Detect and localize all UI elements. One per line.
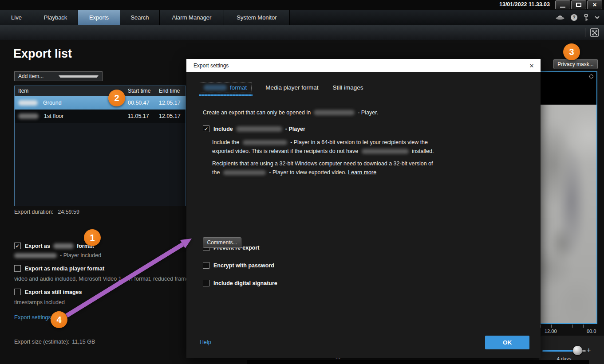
export-items-table: Item Start time End time Ground 00.50.47… bbox=[14, 86, 186, 206]
checkbox-export-xprotect-format[interactable]: ✓ bbox=[14, 243, 21, 249]
export-as-xprotect-row: ✓ Export as format bbox=[14, 243, 94, 249]
active-tab-underline bbox=[199, 94, 253, 96]
add-item-dropdown[interactable]: Add item... bbox=[14, 71, 103, 81]
tab-live[interactable]: Live bbox=[0, 10, 33, 25]
media-format-subtext: video and audio included, Microsoft Vide… bbox=[14, 276, 186, 282]
dialog-header: Export settings ✕ bbox=[186, 59, 541, 72]
export-settings-link[interactable]: Export settings bbox=[14, 314, 51, 321]
window-controls: ✕ bbox=[555, 0, 602, 9]
tab-search[interactable]: Search bbox=[120, 10, 160, 25]
expand-arrows-icon bbox=[592, 30, 597, 35]
tab-alarm-manager[interactable]: Alarm Manager bbox=[160, 10, 224, 25]
timeline-collapse-handle[interactable]: ... bbox=[336, 354, 341, 360]
privacy-mask-button[interactable]: Privacy mask... bbox=[553, 59, 598, 69]
export-duration-value: 24:59:59 bbox=[58, 209, 79, 215]
tab-exports[interactable]: Exports bbox=[78, 10, 120, 25]
page-title: Export list bbox=[13, 47, 72, 61]
header-start-time[interactable]: Start time bbox=[124, 88, 155, 94]
export-settings-dialog: Export settings ✕ format Media player fo… bbox=[186, 59, 541, 358]
maximize-button[interactable] bbox=[571, 0, 586, 9]
redacted-text bbox=[243, 140, 287, 145]
maximize-icon bbox=[576, 3, 581, 7]
dialog-intro-text: Create an export that can only be opened… bbox=[203, 110, 378, 116]
learn-more-link[interactable]: Learn more bbox=[348, 169, 376, 176]
camera-preview-image bbox=[540, 105, 596, 323]
ruler-label-right: 00.0 bbox=[587, 329, 596, 334]
close-button[interactable]: ✕ bbox=[587, 0, 602, 9]
item-end-time: 12.05.17 bbox=[155, 100, 183, 106]
fullscreen-toggle-button[interactable] bbox=[590, 28, 599, 37]
checkbox-encrypt-password[interactable] bbox=[203, 262, 209, 269]
still-images-subtext: timestamps included bbox=[14, 299, 65, 305]
callout-2: 2 bbox=[108, 90, 125, 106]
encrypt-password-row: Encrypt with password bbox=[203, 262, 274, 269]
redacted-text bbox=[314, 110, 355, 115]
table-row[interactable]: Ground 00.50.47 12.05.17 bbox=[15, 96, 186, 110]
digital-signature-row: Include digital signature bbox=[203, 280, 277, 286]
zoom-in-icon[interactable]: + bbox=[587, 346, 591, 354]
help-link[interactable]: Help bbox=[200, 339, 211, 345]
view-toolbar bbox=[0, 25, 604, 40]
redacted-text bbox=[362, 149, 409, 154]
checkbox-export-still-images[interactable] bbox=[14, 289, 21, 295]
export-size-value: 11,15 GB bbox=[72, 339, 95, 345]
tab-media-player-format[interactable]: Media player format bbox=[265, 84, 318, 91]
item-name: Ground bbox=[43, 100, 62, 106]
export-as-media-row: Export as media player format bbox=[14, 265, 104, 272]
top-right-icons: ? bbox=[556, 10, 600, 25]
clock-timestamp: 13/01/2022 11.33.03 bbox=[499, 1, 550, 8]
redacted-text bbox=[236, 126, 282, 132]
dialog-tab-bar: format Media player format Still images bbox=[199, 82, 363, 93]
redacted-text bbox=[53, 243, 74, 249]
export-duration: Export duration: 24:59:59 bbox=[14, 209, 79, 215]
camera-indicator-icon bbox=[589, 74, 593, 78]
dropdown-caret-icon bbox=[59, 75, 99, 78]
header-end-time[interactable]: End time bbox=[155, 88, 183, 94]
timeline-track-strip[interactable] bbox=[247, 360, 589, 364]
redacted-text bbox=[18, 100, 38, 106]
redacted-text bbox=[14, 253, 57, 258]
dialog-title: Export settings bbox=[193, 63, 229, 69]
dialog-close-button[interactable]: ✕ bbox=[527, 61, 536, 70]
callout-1: 1 bbox=[84, 229, 101, 246]
include-player-row: ✓ Include - Player bbox=[203, 125, 305, 132]
connection-status-icon[interactable] bbox=[556, 15, 565, 21]
minimize-icon bbox=[560, 7, 565, 8]
help-icon[interactable]: ? bbox=[571, 14, 577, 21]
export-size-estimate: Export size (estimate): 11,15 GB bbox=[14, 339, 95, 345]
table-header-row: Item Start time End time bbox=[15, 86, 186, 96]
tab-still-images[interactable]: Still images bbox=[333, 84, 363, 91]
item-end-time: 12.05.17 bbox=[155, 113, 183, 119]
callout-3: 3 bbox=[563, 43, 580, 60]
chevron-down-icon[interactable] bbox=[595, 16, 600, 19]
workspace-tab-bar: Live Playback Exports Search Alarm Manag… bbox=[0, 10, 604, 25]
camera-preview[interactable] bbox=[539, 71, 597, 324]
key-icon[interactable] bbox=[584, 14, 588, 22]
checkbox-digital-signature[interactable] bbox=[203, 280, 209, 286]
toolbar-divider bbox=[585, 28, 585, 37]
header-item[interactable]: Item bbox=[15, 88, 124, 94]
item-start-time: 00.50.47 bbox=[124, 100, 155, 106]
ok-button[interactable]: OK bbox=[485, 336, 529, 349]
tab-system-monitor[interactable]: System Monitor bbox=[224, 10, 290, 25]
minimize-button[interactable] bbox=[555, 0, 570, 9]
application-window: 13/01/2022 11.33.03 ✕ Live Playback Expo… bbox=[0, 0, 604, 364]
xprotect-format-subtext: - Player included bbox=[14, 252, 101, 258]
close-icon: ✕ bbox=[592, 2, 597, 8]
tab-playback[interactable]: Playback bbox=[33, 10, 78, 25]
include-player-description: Include the - Player in a 64-bit version… bbox=[212, 138, 434, 156]
zoom-slider-thumb[interactable] bbox=[573, 346, 582, 355]
redacted-text bbox=[204, 85, 227, 90]
checkbox-export-media-format[interactable] bbox=[14, 265, 21, 272]
redacted-text bbox=[18, 114, 39, 119]
title-bar: 13/01/2022 11.33.03 ✕ bbox=[0, 0, 604, 10]
callout-4: 4 bbox=[51, 311, 67, 328]
export-as-still-row: Export as still images bbox=[14, 289, 82, 295]
comments-button[interactable]: Comments... bbox=[203, 237, 241, 248]
ruler-label-left: 12.00 bbox=[545, 329, 557, 334]
tab-xprotect-format[interactable]: format bbox=[199, 82, 252, 93]
checkbox-include-player[interactable]: ✓ bbox=[203, 125, 209, 132]
timeline-ruler bbox=[541, 325, 594, 328]
table-row[interactable]: 1st floor 11.05.17 12.05.17 bbox=[15, 110, 186, 123]
redacted-text bbox=[223, 170, 266, 175]
